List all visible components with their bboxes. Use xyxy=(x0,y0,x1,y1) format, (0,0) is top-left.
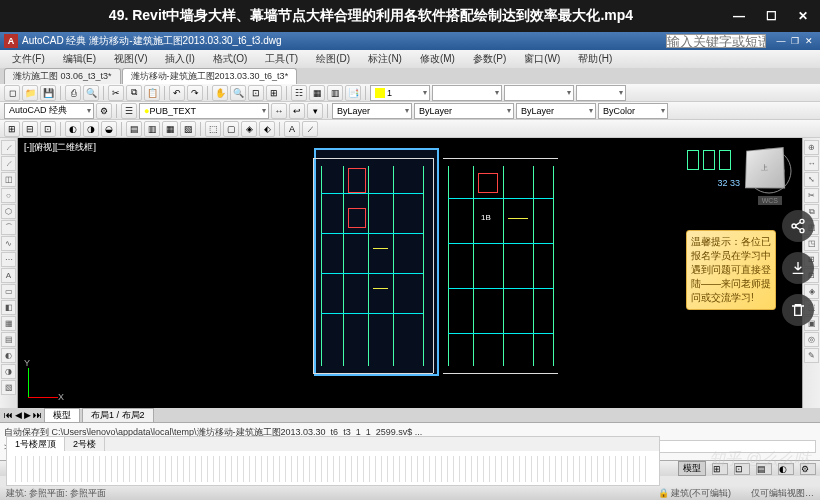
menu-v[interactable]: 视图(V) xyxy=(106,51,155,67)
menu-w[interactable]: 窗口(W) xyxy=(516,51,568,67)
delete-button[interactable] xyxy=(782,294,814,326)
layer-match-button[interactable]: ↔ xyxy=(271,103,287,119)
draw-tool-12[interactable]: ▤ xyxy=(1,332,16,347)
modify-tool-3[interactable]: ✂ xyxy=(804,188,819,203)
cad-close-button[interactable]: ✕ xyxy=(802,34,816,48)
draw-tool-6[interactable]: ∿ xyxy=(1,236,16,251)
draw-tool-4[interactable]: ⬡ xyxy=(1,204,16,219)
menu-m[interactable]: 修改(M) xyxy=(412,51,463,67)
revit-tab-1[interactable]: 1号楼屋顶 xyxy=(7,437,65,451)
tb3-5[interactable]: ◑ xyxy=(83,121,99,137)
zoom-extents-button[interactable]: ⊞ xyxy=(266,85,282,101)
open-button[interactable]: 📁 xyxy=(22,85,38,101)
zoom-window-button[interactable]: ⊡ xyxy=(248,85,264,101)
share-button[interactable] xyxy=(782,210,814,242)
color-dropdown[interactable]: ByLayer xyxy=(332,103,412,119)
new-button[interactable]: ◻ xyxy=(4,85,20,101)
menu-n[interactable]: 标注(N) xyxy=(360,51,410,67)
plot-preview-button[interactable]: 🔍 xyxy=(83,85,99,101)
tb3-10[interactable]: ▧ xyxy=(180,121,196,137)
plotstyle-dropdown[interactable]: ByColor xyxy=(598,103,668,119)
tb3-13[interactable]: ◈ xyxy=(241,121,257,137)
modify-tool-13[interactable]: ✎ xyxy=(804,348,819,363)
document-tab-0[interactable]: 潍坊施工图 03.06_t3_t3* xyxy=(4,68,121,84)
tb3-9[interactable]: ▦ xyxy=(162,121,178,137)
menu-t[interactable]: 工具(T) xyxy=(257,51,306,67)
menu-f[interactable]: 文件(F) xyxy=(4,51,53,67)
tb3-16[interactable]: ⟋ xyxy=(302,121,318,137)
copy-button[interactable]: ⧉ xyxy=(126,85,142,101)
tb3-2[interactable]: ⊟ xyxy=(22,121,38,137)
layout-nav-next[interactable]: ▶ xyxy=(24,410,31,420)
annotation-scale-dropdown[interactable]: 1 xyxy=(370,85,430,101)
zoom-button[interactable]: 🔍 xyxy=(230,85,246,101)
modify-tool-12[interactable]: ◎ xyxy=(804,332,819,347)
dropdown-4[interactable] xyxy=(576,85,626,101)
tb3-12[interactable]: ▢ xyxy=(223,121,239,137)
linetype-dropdown[interactable]: ByLayer xyxy=(414,103,514,119)
close-button[interactable]: ✕ xyxy=(796,9,810,23)
draw-tool-10[interactable]: ◧ xyxy=(1,300,16,315)
model-tab[interactable]: 模型 xyxy=(44,408,80,423)
model-canvas[interactable]: [-][俯视][二维线框] xyxy=(18,138,802,408)
sheet-set-button[interactable]: 📑 xyxy=(345,85,361,101)
draw-tool-14[interactable]: ◑ xyxy=(1,364,16,379)
menu-h[interactable]: 帮助(H) xyxy=(570,51,620,67)
document-tab-1[interactable]: 潍坊移动-建筑施工图2013.03.30_t6_t3* xyxy=(122,68,298,84)
workspace-dropdown[interactable]: AutoCAD 经典 xyxy=(4,103,94,119)
tool-palette-button[interactable]: ▥ xyxy=(327,85,343,101)
draw-tool-1[interactable]: ⟋ xyxy=(1,156,16,171)
layer-properties-button[interactable]: ☰ xyxy=(121,103,137,119)
cut-button[interactable]: ✂ xyxy=(108,85,124,101)
cad-restore-button[interactable]: ❐ xyxy=(788,34,802,48)
draw-tool-2[interactable]: ◫ xyxy=(1,172,16,187)
save-button[interactable]: 💾 xyxy=(40,85,56,101)
pan-button[interactable]: ✋ xyxy=(212,85,228,101)
tb3-15[interactable]: A xyxy=(284,121,300,137)
dropdown-3[interactable] xyxy=(504,85,574,101)
design-center-button[interactable]: ▦ xyxy=(309,85,325,101)
tb3-1[interactable]: ⊞ xyxy=(4,121,20,137)
tb3-3[interactable]: ⊡ xyxy=(40,121,56,137)
cad-minimize-button[interactable]: — xyxy=(774,34,788,48)
layout1-tab[interactable]: 布局1 / 布局2 xyxy=(82,408,154,423)
viewcube[interactable]: 上 xyxy=(745,147,785,188)
revit-tab-2[interactable]: 2号楼 xyxy=(65,437,105,451)
layout-nav-last[interactable]: ⏭ xyxy=(33,410,42,420)
draw-tool-3[interactable]: ○ xyxy=(1,188,16,203)
help-search-input[interactable] xyxy=(666,34,766,48)
menu-p[interactable]: 参数(P) xyxy=(465,51,514,67)
tb3-7[interactable]: ▤ xyxy=(126,121,142,137)
tb3-11[interactable]: ⬚ xyxy=(205,121,221,137)
download-button[interactable] xyxy=(782,252,814,284)
draw-tool-13[interactable]: ◐ xyxy=(1,348,16,363)
revit-canvas[interactable] xyxy=(7,451,659,487)
draw-tool-7[interactable]: ⋯ xyxy=(1,252,16,267)
tb3-8[interactable]: ▥ xyxy=(144,121,160,137)
minimize-button[interactable]: — xyxy=(732,9,746,23)
draw-tool-9[interactable]: ▭ xyxy=(1,284,16,299)
menu-e[interactable]: 编辑(E) xyxy=(55,51,104,67)
undo-button[interactable]: ↶ xyxy=(169,85,185,101)
layer-dropdown[interactable]: ● PUB_TEXT xyxy=(139,103,269,119)
maximize-button[interactable]: ☐ xyxy=(764,9,778,23)
layer-previous-button[interactable]: ↩ xyxy=(289,103,305,119)
workspace-settings-button[interactable]: ⚙ xyxy=(96,103,112,119)
model-space-button[interactable]: 模型 xyxy=(678,461,706,476)
draw-tool-5[interactable]: ⌒ xyxy=(1,220,16,235)
menu-o[interactable]: 格式(O) xyxy=(205,51,255,67)
modify-tool-1[interactable]: ↔ xyxy=(804,156,819,171)
redo-button[interactable]: ↷ xyxy=(187,85,203,101)
tb3-4[interactable]: ◐ xyxy=(65,121,81,137)
draw-tool-8[interactable]: A xyxy=(1,268,16,283)
modify-tool-0[interactable]: ⊕ xyxy=(804,140,819,155)
draw-tool-15[interactable]: ▧ xyxy=(1,380,16,395)
properties-button[interactable]: ☷ xyxy=(291,85,307,101)
layout-nav-first[interactable]: ⏮ xyxy=(4,410,13,420)
tb3-14[interactable]: ⬖ xyxy=(259,121,275,137)
paste-button[interactable]: 📋 xyxy=(144,85,160,101)
lineweight-dropdown[interactable]: ByLayer xyxy=(516,103,596,119)
dropdown-2[interactable] xyxy=(432,85,502,101)
print-button[interactable]: ⎙ xyxy=(65,85,81,101)
modify-tool-2[interactable]: ⤡ xyxy=(804,172,819,187)
